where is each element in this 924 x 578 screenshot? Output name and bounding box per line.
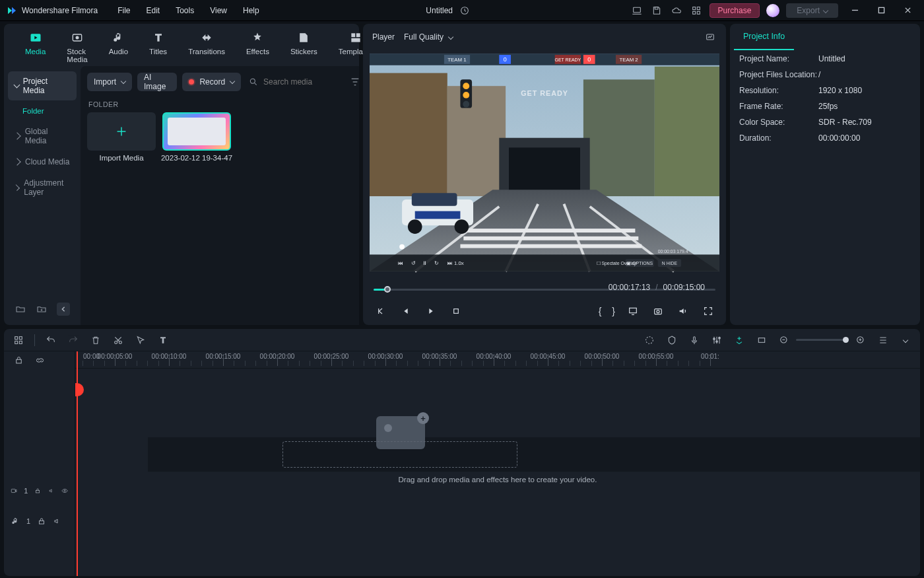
menu-help[interactable]: Help xyxy=(243,6,259,15)
zoom-knob[interactable] xyxy=(843,337,849,343)
play-reverse-button[interactable] xyxy=(399,304,413,318)
svg-text:00:00:03  179.4: 00:00:03 179.4 xyxy=(658,249,688,254)
stop-button[interactable] xyxy=(449,304,463,318)
purchase-button[interactable]: Purchase xyxy=(710,3,760,18)
seek-knob[interactable] xyxy=(384,286,391,293)
record-label: Record xyxy=(199,77,225,87)
export-button[interactable]: Export xyxy=(786,3,838,18)
timeline-gutter: 1 1 xyxy=(4,351,75,576)
tab-stock-media[interactable]: Stock Media xyxy=(61,28,92,66)
camera-icon[interactable] xyxy=(651,304,665,318)
timeline-ruler[interactable]: 00:0000:00:05:0000:00:10:0000:00:15:0000… xyxy=(75,351,920,369)
folder-open-icon[interactable] xyxy=(15,303,26,315)
volume-icon[interactable] xyxy=(676,304,690,318)
cursor-icon[interactable] xyxy=(134,334,147,347)
search-input[interactable] xyxy=(263,77,336,87)
menu-edit[interactable]: Edit xyxy=(147,6,160,15)
cut-icon[interactable] xyxy=(112,334,125,347)
grid-view-icon[interactable] xyxy=(12,334,25,347)
redo-icon[interactable] xyxy=(67,334,80,347)
voice-icon[interactable] xyxy=(688,334,701,347)
import-media-tile[interactable]: Import Media xyxy=(87,112,156,162)
tab-titles[interactable]: Titles xyxy=(144,28,172,66)
video-track-header[interactable]: 1 xyxy=(4,476,75,506)
close-button[interactable] xyxy=(898,0,917,21)
media-clip-tile[interactable]: 2023-02-12 19-34-47 xyxy=(162,112,231,162)
crop-icon[interactable] xyxy=(755,334,768,347)
history-icon[interactable] xyxy=(458,4,471,17)
info-value: Untitled xyxy=(818,54,845,63)
collapse-sidebar-button[interactable] xyxy=(57,303,70,316)
display-icon[interactable] xyxy=(626,304,640,318)
text-icon[interactable] xyxy=(156,334,170,347)
record-dropdown[interactable]: Record xyxy=(182,73,241,91)
sidebar-project-media[interactable]: Project Media xyxy=(8,71,77,100)
maximize-button[interactable] xyxy=(871,0,891,21)
menu-tools[interactable]: Tools xyxy=(176,6,194,15)
zoom-slider[interactable] xyxy=(796,339,849,341)
ai-icon[interactable] xyxy=(643,334,656,347)
playhead-handle[interactable] xyxy=(75,383,84,396)
quality-dropdown[interactable]: Full Quality xyxy=(404,32,453,42)
snapshot-icon[interactable] xyxy=(704,30,717,44)
sidebar-adjustment-layer[interactable]: Adjustment Layer xyxy=(8,173,77,202)
player-label: Player xyxy=(372,32,395,42)
tab-effects[interactable]: Effects xyxy=(241,28,275,66)
new-folder-icon[interactable] xyxy=(36,303,48,315)
chevron-down-icon xyxy=(823,7,828,13)
mark-out-button[interactable]: } xyxy=(612,306,615,316)
info-key: Frame Rate: xyxy=(739,102,818,111)
preview-video[interactable]: TEAM 1 0 GET READY 0 TEAM 2 ⏮↺⏸↻⏭ 1.0x 0… xyxy=(370,50,719,275)
chevron-right-icon xyxy=(13,132,20,139)
seek-bar[interactable]: 00:00:17:13 / 00:09:15:00 xyxy=(374,283,715,296)
minimize-button[interactable] xyxy=(845,0,865,21)
playhead[interactable] xyxy=(77,351,78,576)
magnetic-icon[interactable] xyxy=(733,334,746,347)
device-icon[interactable] xyxy=(630,4,644,17)
audio-track-header[interactable]: 1 xyxy=(4,506,75,536)
mute-icon[interactable] xyxy=(48,486,55,495)
zoom-out-icon[interactable] xyxy=(777,334,791,347)
undo-icon[interactable] xyxy=(44,334,57,347)
import-dropdown[interactable]: Import xyxy=(87,73,132,91)
zoom-in-icon[interactable] xyxy=(854,334,867,347)
delete-icon[interactable] xyxy=(89,334,102,347)
apps-icon[interactable] xyxy=(690,4,703,17)
lock-icon[interactable] xyxy=(37,517,46,526)
step-back-button[interactable] xyxy=(374,304,388,318)
track-height-icon[interactable] xyxy=(876,334,890,347)
eye-icon[interactable] xyxy=(61,486,68,495)
drop-target[interactable] xyxy=(282,441,517,468)
tab-media[interactable]: Media xyxy=(20,28,51,66)
sidebar-folder[interactable]: Folder xyxy=(8,102,77,120)
tab-stickers[interactable]: Stickers xyxy=(285,28,323,66)
marker-icon[interactable] xyxy=(665,334,678,347)
svg-rect-21 xyxy=(447,86,506,196)
link-icon[interactable] xyxy=(33,353,46,367)
lock-icon[interactable] xyxy=(34,486,41,495)
avatar[interactable] xyxy=(766,4,779,17)
tab-stickers-label: Stickers xyxy=(290,48,317,55)
menu-file[interactable]: File xyxy=(117,6,130,15)
svg-rect-86 xyxy=(16,359,21,363)
project-info-tab[interactable]: Project Info xyxy=(730,24,920,50)
media-clip-label: 2023-02-12 19-34-47 xyxy=(161,154,232,162)
fullscreen-icon[interactable] xyxy=(701,304,715,318)
menu-view[interactable]: View xyxy=(210,6,227,15)
filter-icon[interactable] xyxy=(349,75,359,89)
tab-transitions[interactable]: Transitions xyxy=(183,28,230,66)
more-options-icon[interactable] xyxy=(899,334,912,347)
play-button[interactable] xyxy=(424,304,438,318)
tab-audio[interactable]: Audio xyxy=(104,28,133,66)
lock-all-icon[interactable] xyxy=(12,353,25,367)
sidebar-global-media[interactable]: Global Media xyxy=(8,122,77,151)
mute-icon[interactable] xyxy=(53,517,62,526)
ai-image-button[interactable]: AI Image xyxy=(137,73,177,91)
mark-in-button[interactable]: { xyxy=(599,306,602,316)
audio-mixer-icon[interactable] xyxy=(710,334,723,347)
save-icon[interactable] xyxy=(650,4,663,17)
sidebar-cloud-media[interactable]: Cloud Media xyxy=(8,152,77,172)
timeline-tracks-area[interactable]: 00:0000:00:05:0000:00:10:0000:00:15:0000… xyxy=(75,351,920,576)
cloud-icon[interactable] xyxy=(670,4,683,17)
info-value: 00:00:00:00 xyxy=(818,133,860,143)
